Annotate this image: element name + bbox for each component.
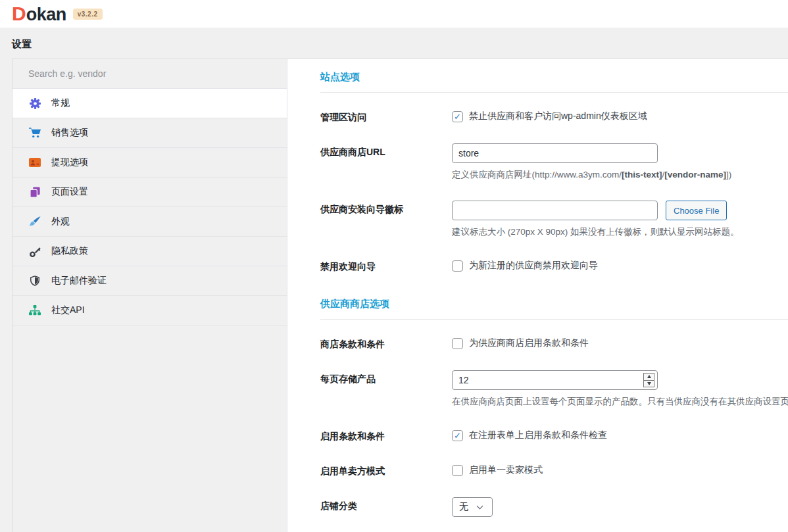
field-row-single-seller-mode: 启用单卖方模式 ✓ 启用单一卖家模式 <box>320 462 788 477</box>
wizard-logo-input[interactable] <box>452 201 658 220</box>
disable-welcome-wizard-checkbox[interactable]: ✓ <box>452 260 463 272</box>
field-row-store-category: 店铺分类 无 <box>320 497 788 517</box>
field-label: 每页存储产品 <box>320 370 452 408</box>
nav-item-page-settings[interactable]: 页面设置 <box>12 178 287 207</box>
cart-icon <box>28 128 41 138</box>
nav-item-label: 常规 <box>51 97 70 109</box>
help-bold: [vendor-name] <box>664 170 726 180</box>
shield-icon <box>28 276 41 286</box>
choose-file-button[interactable]: Choose File <box>666 201 727 220</box>
page-title: 设置 <box>0 28 788 59</box>
products-per-page-input[interactable] <box>452 370 658 390</box>
settings-container: 常规 销售选项 提现选项 <box>12 59 788 532</box>
field-row-enable-terms: 启用条款和条件 ✓ 在注册表单上启用条款和条件检查 <box>320 427 788 443</box>
products-per-page-help: 在供应商商店页面上设置每个页面显示的产品数。只有当供应商没有在其供应商设置页面上… <box>452 396 788 408</box>
withdraw-card-icon <box>28 158 41 167</box>
settings-content: 站点选项 管理区访问 ✓ 禁止供应商和客户访问wp-admin仪表板区域 供应商… <box>287 59 788 532</box>
field-row-products-per-page: 每页存储产品 在供应商商店页面上设置每个页面显示的产品数。只有当供应商没有在其供… <box>320 370 788 408</box>
field-row-wizard-logo: 供应商安装向导徽标 Choose File 建议标志大小 (270px X 90… <box>320 201 788 238</box>
field-label: 供应商商店URL <box>320 143 452 181</box>
settings-nav: 常规 销售选项 提现选项 <box>12 59 287 532</box>
field-row-store-terms: 商店条款和条件 ✓ 为供应商商店启用条款和条件 <box>320 335 788 351</box>
nav-item-withdraw-options[interactable]: 提现选项 <box>12 148 287 178</box>
single-seller-mode-checkbox[interactable]: ✓ <box>452 465 463 476</box>
nav-item-general[interactable]: 常规 <box>12 89 287 118</box>
check-icon: ✓ <box>454 431 461 440</box>
nav-item-label: 外观 <box>51 216 70 228</box>
sitemap-icon <box>28 305 41 316</box>
checkbox-label: 为供应商商店启用条款和条件 <box>469 337 589 349</box>
field-row-store-url: 供应商商店URL 定义供应商商店网址(http://www.a3ym.com/[… <box>320 143 788 181</box>
chevron-down-icon <box>477 502 483 509</box>
nav-item-privacy-policy[interactable]: 隐私政策 <box>12 237 287 266</box>
nav-item-selling-options[interactable]: 销售选项 <box>12 118 287 148</box>
help-bold: [this-text] <box>622 170 662 180</box>
field-label: 禁用欢迎向导 <box>320 258 452 273</box>
nav-item-social-api[interactable]: 社交API <box>12 296 287 326</box>
field-label: 店铺分类 <box>320 497 452 517</box>
version-badge: v3.2.2 <box>73 9 103 20</box>
field-label: 商店条款和条件 <box>320 335 452 351</box>
field-label: 启用单卖方模式 <box>320 462 452 477</box>
dokan-logo: Dokan <box>12 4 66 24</box>
nav-item-email-verification[interactable]: 电子邮件验证 <box>12 266 287 296</box>
key-icon <box>28 246 41 257</box>
nav-item-label: 社交API <box>51 304 85 316</box>
store-url-help: 定义供应商商店网址(http://www.a3ym.com/[this-text… <box>452 169 788 181</box>
stepper-up-icon[interactable] <box>644 374 654 380</box>
search-input[interactable] <box>12 59 287 88</box>
store-url-input[interactable] <box>452 143 658 163</box>
section-title-site-options: 站点选项 <box>320 71 788 93</box>
dokan-logo-d: D <box>12 4 26 24</box>
check-icon: ✓ <box>454 112 461 121</box>
store-terms-checkbox[interactable]: ✓ <box>452 338 463 349</box>
store-category-select[interactable]: 无 <box>452 497 493 517</box>
selected-option-label: 无 <box>459 501 468 513</box>
nav-item-label: 页面设置 <box>51 186 88 198</box>
help-text: 定义供应商商店网址(http://www.a3ym.com/ <box>452 170 622 180</box>
checkbox-label: 禁止供应商和客户访问wp-admin仪表板区域 <box>469 110 647 122</box>
enable-terms-checkbox[interactable]: ✓ <box>452 430 463 441</box>
field-row-disable-welcome-wizard: 禁用欢迎向导 ✓ 为新注册的供应商禁用欢迎向导 <box>320 258 788 273</box>
field-label: 管理区访问 <box>320 109 452 124</box>
paintbrush-icon <box>28 216 41 228</box>
top-brand-bar: Dokan v3.2.2 <box>0 0 788 28</box>
field-label: 启用条款和条件 <box>320 427 452 443</box>
nav-item-label: 隐私政策 <box>51 245 88 257</box>
checkbox-label: 启用单一卖家模式 <box>469 464 543 476</box>
nav-item-label: 电子邮件验证 <box>51 275 107 287</box>
checkbox-label: 为新注册的供应商禁用欢迎向导 <box>469 260 598 272</box>
help-text: ]) <box>726 170 731 180</box>
section-title-store-options: 供应商商店选项 <box>320 298 788 320</box>
stepper-down-icon[interactable] <box>644 380 654 387</box>
admin-access-checkbox[interactable]: ✓ <box>452 111 463 122</box>
wizard-logo-help: 建议标志大小 (270px X 90px) 如果没有上传徽标，则默认显示网站标题… <box>452 226 788 238</box>
nav-item-label: 销售选项 <box>51 127 88 139</box>
field-label: 供应商安装向导徽标 <box>320 201 452 238</box>
gear-icon <box>28 98 41 109</box>
pages-icon <box>28 187 41 198</box>
number-stepper[interactable] <box>643 373 654 387</box>
nav-item-label: 提现选项 <box>51 157 88 168</box>
field-row-admin-access: 管理区访问 ✓ 禁止供应商和客户访问wp-admin仪表板区域 <box>320 109 788 124</box>
dokan-logo-text: okan <box>26 6 66 24</box>
nav-item-appearance[interactable]: 外观 <box>12 207 287 237</box>
checkbox-label: 在注册表单上启用条款和条件检查 <box>469 429 607 441</box>
nav-search-row <box>12 59 287 89</box>
